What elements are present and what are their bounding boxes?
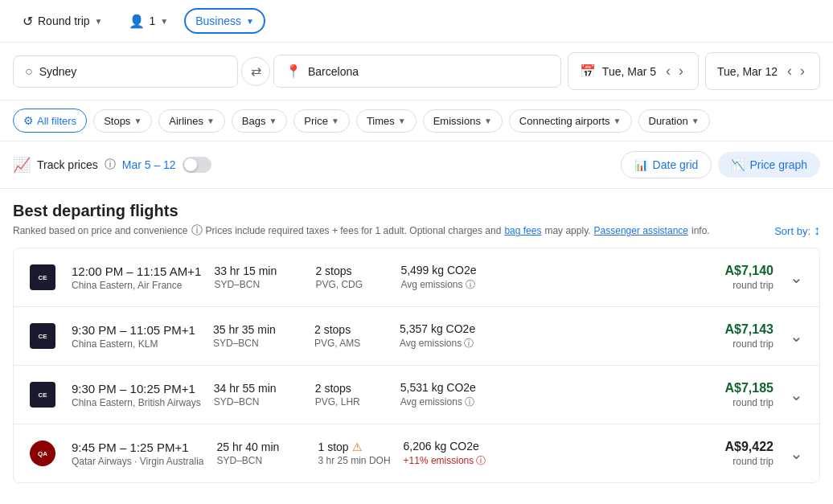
subtitle-info-icon[interactable]: ⓘ bbox=[191, 223, 203, 238]
flight-duration: 34 hr 55 min SYD–BCN bbox=[214, 382, 302, 408]
times-filter-button[interactable]: Times ▼ bbox=[356, 109, 416, 133]
date-grid-icon: 📊 bbox=[634, 158, 648, 171]
date1-nav: ‹ › bbox=[663, 61, 687, 81]
return-date-field[interactable]: Tue, Mar 12 ‹ › bbox=[705, 52, 820, 90]
origin-field[interactable]: ○ Sydney bbox=[13, 55, 238, 88]
expand-button[interactable]: ⌄ bbox=[786, 382, 806, 408]
expand-button[interactable]: ⌄ bbox=[786, 440, 806, 466]
flight-stops-detail: PVG, AMS bbox=[314, 338, 387, 349]
date2-nav: ‹ › bbox=[784, 61, 808, 81]
airlines-chevron-icon: ▼ bbox=[207, 117, 215, 125]
bags-chevron-icon: ▼ bbox=[269, 117, 277, 125]
passengers-button[interactable]: 👤 1 ▼ bbox=[119, 9, 178, 34]
flight-price-value: A$7,143 bbox=[693, 322, 774, 337]
duration-chevron-icon: ▼ bbox=[691, 117, 700, 125]
cabin-class-button[interactable]: Business ▼ bbox=[184, 8, 265, 34]
flight-stops: 2 stops PVG, AMS bbox=[314, 323, 387, 349]
bag-fees-link[interactable]: bag fees bbox=[504, 225, 541, 236]
departure-date-field[interactable]: 📅 Tue, Mar 5 ‹ › bbox=[568, 52, 699, 90]
stops-label: Stops bbox=[104, 115, 130, 127]
results-title: Best departing flights bbox=[13, 202, 178, 220]
flight-row[interactable]: CE 12:00 PM – 11:15 AM+1 China Eastern, … bbox=[14, 248, 819, 307]
trip-type-chevron-icon: ▼ bbox=[95, 17, 103, 26]
emissions-info-icon[interactable]: ⓘ bbox=[465, 395, 474, 409]
emissions-label: Emissions bbox=[433, 115, 481, 127]
airline-logo: CE bbox=[27, 261, 59, 293]
airline-logo: QA bbox=[27, 437, 59, 469]
emissions-info-icon[interactable]: ⓘ bbox=[464, 337, 474, 350]
may-apply-text: may apply. bbox=[544, 225, 590, 236]
flight-times: 9:45 PM – 1:25 PM+1 Qatar Airways · Virg… bbox=[72, 440, 204, 467]
emissions-info-icon[interactable]: ⓘ bbox=[476, 454, 486, 468]
track-info-icon[interactable]: ⓘ bbox=[105, 158, 116, 172]
date2-next-button[interactable]: › bbox=[797, 61, 808, 81]
track-toggle[interactable] bbox=[183, 157, 211, 173]
expand-button[interactable]: ⌄ bbox=[786, 323, 806, 349]
flight-time-range: 12:00 PM – 11:15 AM+1 bbox=[72, 264, 201, 278]
price-graph-button[interactable]: 📉 Price graph bbox=[718, 152, 820, 178]
search-bar: ○ Sydney ⇄ 📍 Barcelona 📅 Tue, Mar 5 ‹ › … bbox=[0, 43, 833, 100]
flight-co2-value: 5,357 kg CO2e bbox=[400, 322, 512, 335]
price-graph-icon: 📉 bbox=[731, 158, 745, 171]
date-grid-button[interactable]: 📊 Date grid bbox=[621, 151, 712, 178]
flight-emissions: 5,357 kg CO2e Avg emissions ⓘ bbox=[400, 322, 512, 350]
origin-dot-icon: ○ bbox=[25, 64, 33, 79]
stops-filter-button[interactable]: Stops ▼ bbox=[93, 109, 152, 133]
emissions-chevron-icon: ▼ bbox=[484, 117, 492, 125]
connecting-airports-label: Connecting airports bbox=[519, 115, 610, 127]
filters-icon: ⚙ bbox=[23, 114, 34, 127]
flight-airline-name: China Eastern, Air France bbox=[72, 280, 201, 291]
flight-duration-value: 33 hr 15 min bbox=[214, 264, 302, 277]
swap-button[interactable]: ⇄ bbox=[241, 57, 270, 86]
price-note-text: Prices include required taxes + fees for… bbox=[206, 225, 502, 236]
all-filters-button[interactable]: ⚙ All filters bbox=[13, 109, 87, 133]
expand-button[interactable]: ⌄ bbox=[786, 264, 806, 290]
flight-route: SYD–BCN bbox=[217, 455, 306, 466]
duration-filter-button[interactable]: Duration ▼ bbox=[638, 109, 710, 133]
track-left-section: 📈 Track prices ⓘ Mar 5 – 12 bbox=[13, 156, 211, 174]
price-filter-button[interactable]: Price ▼ bbox=[293, 109, 350, 133]
sort-by-label: Sort by: bbox=[774, 225, 810, 237]
connecting-airports-chevron-icon: ▼ bbox=[613, 117, 622, 125]
emissions-filter-button[interactable]: Emissions ▼ bbox=[423, 109, 503, 133]
airline-logo-ce: CE bbox=[30, 264, 55, 290]
airlines-filter-button[interactable]: Airlines ▼ bbox=[158, 109, 225, 133]
destination-field[interactable]: 📍 Barcelona bbox=[273, 55, 561, 88]
track-bar: 📈 Track prices ⓘ Mar 5 – 12 📊 Date grid … bbox=[0, 141, 833, 189]
flight-price-type: round trip bbox=[693, 456, 774, 467]
track-right-section: 📊 Date grid 📉 Price graph bbox=[621, 151, 820, 178]
trip-type-button[interactable]: ↺ Round trip ▼ bbox=[13, 9, 113, 34]
cabin-chevron-icon: ▼ bbox=[246, 17, 254, 26]
flight-times: 12:00 PM – 11:15 AM+1 China Eastern, Air… bbox=[72, 264, 201, 291]
passengers-label: 1 bbox=[150, 14, 156, 27]
emissions-info-icon[interactable]: ⓘ bbox=[466, 278, 475, 292]
sort-button[interactable]: ↕ bbox=[814, 223, 820, 238]
flight-duration-value: 34 hr 55 min bbox=[214, 382, 302, 395]
flight-row[interactable]: CE 9:30 PM – 10:25 PM+1 China Eastern, B… bbox=[14, 366, 819, 424]
flight-duration: 25 hr 40 min SYD–BCN bbox=[217, 440, 306, 466]
flight-stops-count: 1 stop ⚠ bbox=[318, 440, 391, 453]
flight-stops-detail: 3 hr 25 min DOH bbox=[318, 455, 391, 466]
flight-times: 9:30 PM – 10:25 PM+1 China Eastern, Brit… bbox=[72, 382, 201, 408]
date1-prev-button[interactable]: ‹ bbox=[663, 61, 674, 81]
flight-co2-value: 6,206 kg CO2e bbox=[404, 440, 516, 453]
airlines-label: Airlines bbox=[169, 115, 203, 127]
flight-row[interactable]: CE 9:30 PM – 11:05 PM+1 China Eastern, K… bbox=[14, 307, 819, 366]
flight-duration: 33 hr 15 min SYD–BCN bbox=[214, 264, 302, 290]
origin-text: Sydney bbox=[39, 65, 77, 78]
bags-filter-button[interactable]: Bags ▼ bbox=[232, 109, 288, 133]
return-date-text: Tue, Mar 12 bbox=[717, 65, 778, 78]
date1-next-button[interactable]: › bbox=[675, 61, 687, 81]
results-subtitle: Ranked based on price and convenience ⓘ … bbox=[13, 223, 710, 238]
flight-price-value: A$7,185 bbox=[693, 381, 774, 395]
flight-price-value: A$7,140 bbox=[693, 264, 774, 278]
flight-row[interactable]: QA 9:45 PM – 1:25 PM+1 Qatar Airways · V… bbox=[14, 424, 819, 482]
passengers-chevron-icon: ▼ bbox=[160, 17, 168, 26]
date-grid-label: Date grid bbox=[653, 158, 699, 171]
connecting-airports-filter-button[interactable]: Connecting airports ▼ bbox=[509, 109, 632, 133]
flight-emissions-label: +11% emissions ⓘ bbox=[404, 454, 516, 468]
passenger-assistance-link[interactable]: Passenger assistance bbox=[594, 225, 688, 236]
track-prices-label: Track prices bbox=[37, 158, 98, 171]
flight-stops-count: 2 stops bbox=[315, 264, 388, 277]
date2-prev-button[interactable]: ‹ bbox=[784, 61, 795, 81]
